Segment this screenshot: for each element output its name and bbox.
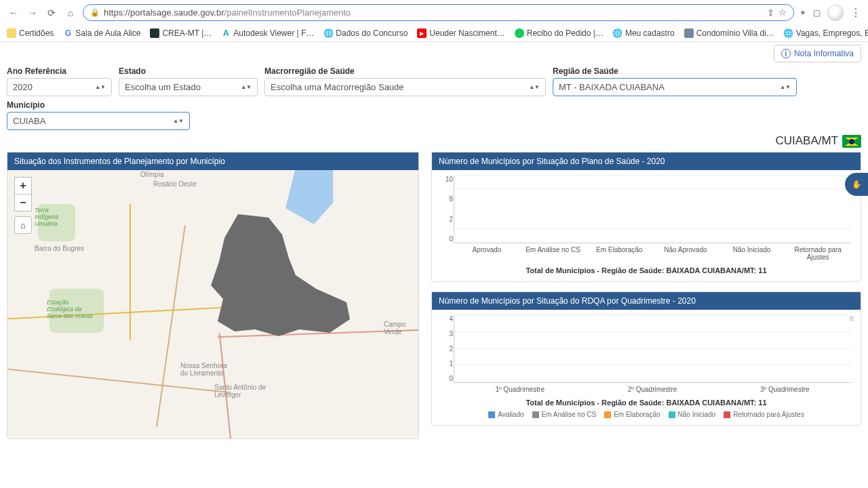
municipio-label: Município bbox=[7, 100, 190, 110]
share-icon[interactable]: ⇪ bbox=[767, 7, 774, 18]
zoom-out-button[interactable]: − bbox=[14, 194, 32, 211]
ano-select[interactable]: 2020▲▼ bbox=[7, 78, 112, 96]
regiao-label: Região de Saúde bbox=[553, 66, 797, 76]
hand-icon: ✋ bbox=[852, 180, 862, 189]
bookmarks-bar: Certidões GSala de Aula Alice CREA-MT |…… bbox=[0, 25, 868, 41]
bookmark-item[interactable]: CREA-MT |… bbox=[150, 28, 212, 38]
chart1-panel: Número de Municípios por Situação do Pla… bbox=[431, 152, 861, 282]
chart2-body: ≡ 43210 bbox=[432, 310, 861, 425]
map-region-shape bbox=[197, 211, 353, 360]
forward-button[interactable]: → bbox=[26, 6, 39, 20]
legend-item[interactable]: Avaliado bbox=[488, 411, 524, 418]
chart2-ylabels: 43210 bbox=[442, 315, 453, 382]
favicon bbox=[150, 28, 159, 38]
chart1-body: 10820 bbox=[432, 170, 861, 281]
globe-icon: 🌐 bbox=[784, 28, 793, 38]
estado-label: Estado bbox=[119, 66, 258, 76]
municipio-select[interactable]: CUIABA▲▼ bbox=[7, 112, 190, 130]
ano-label: Ano Referência bbox=[7, 66, 112, 76]
legend-item[interactable]: Em Análise no CS bbox=[532, 411, 597, 418]
bookmark-item[interactable]: Recibo do Pedido |… bbox=[515, 28, 604, 38]
regiao-field: Região de Saúde MT - BAIXADA CUIABANA▲▼ bbox=[553, 66, 797, 96]
globe-icon: 🌐 bbox=[613, 28, 623, 38]
map-label: Olímpia bbox=[140, 171, 163, 178]
map-label: Santo Antônio de Leverger bbox=[214, 384, 269, 399]
browser-chrome: ← → ⟳ ⌂ 🔒 https://portalsage.saude.gov.b… bbox=[0, 0, 868, 42]
map-label: Rosário Oeste bbox=[153, 180, 197, 188]
favicon bbox=[515, 28, 524, 38]
legend-item[interactable]: Não Iniciado bbox=[669, 411, 716, 418]
chevron-down-icon: ▲▼ bbox=[780, 84, 791, 90]
menu-icon[interactable]: ⋮ bbox=[850, 6, 861, 19]
chevron-down-icon: ▲▼ bbox=[95, 84, 106, 90]
map[interactable]: Rosário Oeste Olímpia Barra do Bugres No… bbox=[7, 170, 418, 439]
autodesk-icon: A bbox=[221, 28, 231, 38]
map-park-label: Terra Indígena Umutina bbox=[35, 207, 71, 227]
bookmark-item[interactable]: AAutodesk Viewer | F… bbox=[221, 28, 314, 38]
regiao-select[interactable]: MT - BAIXADA CUIABANA▲▼ bbox=[553, 78, 797, 96]
bookmark-item[interactable]: GSala de Aula Alice bbox=[63, 28, 140, 38]
chart2-panel: Número de Municípios por Situação do RDQ… bbox=[431, 291, 861, 426]
star-icon[interactable]: ☆ bbox=[778, 7, 787, 18]
estado-field: Estado Escolha um Estado▲▼ bbox=[119, 66, 258, 96]
chevron-down-icon: ▲▼ bbox=[241, 84, 252, 90]
info-icon: i bbox=[781, 49, 791, 58]
municipio-field: Município CUIABA▲▼ bbox=[7, 100, 190, 130]
ano-field: Ano Referência 2020▲▼ bbox=[7, 66, 112, 96]
location-tag: CUIABA/MT bbox=[7, 134, 861, 148]
bookmark-item[interactable]: ▶Ueuder Nasciment… bbox=[417, 28, 505, 38]
map-label: Campo Verde bbox=[384, 321, 418, 336]
chart1-header: Número de Municípios por Situação do Pla… bbox=[432, 152, 861, 170]
map-panel: Situação dos Instrumentos de Planejament… bbox=[7, 152, 419, 439]
svg-marker-0 bbox=[211, 214, 350, 336]
extensions-icon[interactable]: ✴ bbox=[800, 8, 806, 18]
macro-select[interactable]: Escolha uma Macrorregião Saude▲▼ bbox=[264, 78, 546, 96]
app-content: i Nota Informativa Ano Referência 2020▲▼… bbox=[0, 42, 868, 446]
bookmark-item[interactable]: Condomínio Villa di… bbox=[684, 28, 774, 38]
profile-avatar[interactable] bbox=[827, 5, 844, 21]
map-home-button[interactable]: ⌂ bbox=[14, 216, 32, 234]
chevron-down-icon: ▲▼ bbox=[529, 84, 540, 90]
back-button[interactable]: ← bbox=[7, 6, 20, 20]
tabs-icon[interactable]: ▢ bbox=[813, 8, 821, 18]
globe-icon: 🌐 bbox=[323, 28, 333, 38]
lock-icon: 🔒 bbox=[90, 8, 100, 17]
bookmark-item[interactable]: Certidões bbox=[7, 28, 54, 38]
youtube-icon: ▶ bbox=[417, 28, 427, 38]
map-controls: + − ⌂ bbox=[14, 177, 32, 233]
map-label: Barra do Bugres bbox=[35, 245, 84, 252]
reload-button[interactable]: ⟳ bbox=[45, 6, 58, 20]
chart1-footer: Total de Municípios - Região de Saúde: B… bbox=[441, 266, 851, 274]
chart2-xlabels: 1º Quadrimestre 2º Quadrimestre 3º Quadr… bbox=[454, 386, 851, 393]
url-text: https://portalsage.saude.gov.br/painelIn… bbox=[104, 7, 763, 18]
filter-row-1: Ano Referência 2020▲▼ Estado Escolha um … bbox=[7, 66, 861, 96]
folder-icon bbox=[7, 28, 16, 38]
estado-select[interactable]: Escolha um Estado▲▼ bbox=[119, 78, 258, 96]
bookmark-item[interactable]: 🌐Dados do Concurso bbox=[323, 28, 408, 38]
chart2-plot: 43210 bbox=[454, 315, 851, 383]
macro-label: Macrorregião de Saúde bbox=[264, 66, 546, 76]
home-button[interactable]: ⌂ bbox=[64, 6, 77, 20]
google-icon: G bbox=[63, 28, 73, 38]
macro-field: Macrorregião de Saúde Escolha uma Macror… bbox=[264, 66, 546, 96]
chart1-plot: 10820 bbox=[454, 176, 851, 243]
legend-item[interactable]: Retornado para Ajustes bbox=[724, 411, 804, 418]
map-panel-header: Situação dos Instrumentos de Planejament… bbox=[7, 152, 418, 170]
zoom-in-button[interactable]: + bbox=[14, 177, 32, 195]
chart1-xlabels: Aprovado Em Análise no CS Em Elaboração … bbox=[454, 243, 851, 261]
bookmark-item[interactable]: 🌐Vagas, Empregos, E… bbox=[784, 28, 868, 38]
map-label: Nossa Senhora do Livramento bbox=[180, 362, 235, 377]
accessibility-fab[interactable]: ✋ bbox=[845, 173, 868, 196]
chart1-ylabels: 10820 bbox=[442, 176, 453, 243]
url-bar[interactable]: 🔒 https://portalsage.saude.gov.br/painel… bbox=[83, 4, 794, 21]
bookmark-item[interactable]: 🌐Meu cadastro bbox=[613, 28, 675, 38]
chart2-header: Número de Municípios por Situação do RDQ… bbox=[432, 292, 861, 310]
browser-navbar: ← → ⟳ ⌂ 🔒 https://portalsage.saude.gov.b… bbox=[0, 0, 868, 25]
map-park-label: Estação Ecológica da Serra das Araras bbox=[47, 299, 94, 319]
legend-item[interactable]: Em Elaboração bbox=[604, 411, 660, 418]
brazil-flag-icon bbox=[842, 135, 861, 148]
favicon bbox=[684, 28, 694, 38]
filter-row-2: Município CUIABA▲▼ bbox=[7, 100, 861, 130]
nota-informativa-button[interactable]: i Nota Informativa bbox=[774, 45, 861, 62]
chevron-down-icon: ▲▼ bbox=[173, 118, 184, 124]
